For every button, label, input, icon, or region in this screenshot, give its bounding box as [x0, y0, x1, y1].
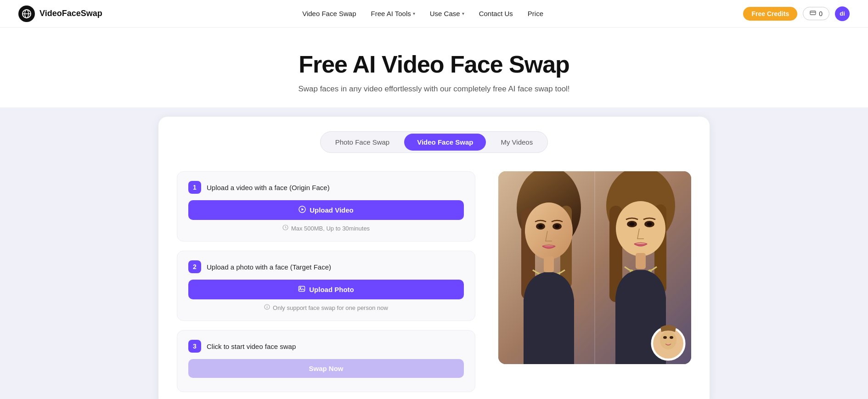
- upload-photo-button[interactable]: Upload Photo: [188, 280, 464, 299]
- nav-free-ai-tools[interactable]: Free AI Tools ▾: [371, 10, 415, 17]
- credits-count-button[interactable]: 0: [803, 7, 829, 20]
- svg-point-11: [300, 287, 301, 289]
- credits-icon: [810, 10, 816, 17]
- logo-text: VideoFaceSwap: [39, 9, 102, 18]
- chevron-down-icon: ▾: [462, 11, 464, 16]
- logo[interactable]: VideoFaceSwap: [18, 6, 102, 22]
- two-column-layout: 1 Upload a video with a face (Origin Fac…: [177, 171, 691, 392]
- user-avatar[interactable]: di: [835, 6, 850, 21]
- hero-section: Free AI Video Face Swap Swap faces in an…: [0, 28, 868, 107]
- main-card: Photo Face Swap Video Face Swap My Video…: [158, 117, 710, 399]
- tabs-container: Photo Face Swap Video Face Swap My Video…: [177, 131, 691, 153]
- step-2-number: 2: [188, 260, 201, 273]
- svg-point-36: [647, 222, 652, 226]
- nav-video-face-swap[interactable]: Video Face Swap: [302, 10, 356, 17]
- info-icon: [264, 304, 270, 311]
- step-2-title: Upload a photo with a face (Target Face): [207, 263, 331, 271]
- hero-subtitle: Swap faces in any video effortlessly wit…: [9, 84, 859, 94]
- svg-point-22: [538, 225, 543, 228]
- svg-point-19: [525, 202, 573, 259]
- svg-point-23: [555, 225, 559, 228]
- steps-column: 1 Upload a video with a face (Origin Fac…: [177, 171, 475, 392]
- header-actions: Free Credits 0 di: [743, 6, 850, 21]
- svg-rect-10: [299, 287, 305, 292]
- step-1-hint: Max 500MB, Up to 30minutes: [188, 225, 464, 232]
- step-1-header: 1 Upload a video with a face (Origin Fac…: [188, 181, 464, 194]
- svg-point-32: [616, 201, 665, 256]
- svg-point-43: [660, 331, 676, 349]
- step-2-header: 2 Upload a photo with a face (Target Fac…: [188, 260, 464, 273]
- hero-title: Free AI Video Face Swap: [9, 51, 859, 78]
- step-3-header: 3 Click to start video face swap: [188, 340, 464, 353]
- step-1-number: 1: [188, 181, 201, 194]
- clock-icon: [282, 225, 288, 232]
- header: VideoFaceSwap Video Face Swap Free AI To…: [0, 0, 868, 28]
- nav-contact-us[interactable]: Contact Us: [479, 10, 513, 17]
- step-3-number: 3: [188, 340, 201, 353]
- step-2-card: 2 Upload a photo with a face (Target Fac…: [177, 251, 475, 321]
- svg-line-9: [285, 228, 286, 229]
- tabs: Photo Face Swap Video Face Swap My Video…: [320, 131, 548, 153]
- chevron-down-icon: ▾: [413, 11, 415, 16]
- svg-rect-37: [636, 253, 646, 269]
- free-credits-button[interactable]: Free Credits: [743, 7, 797, 21]
- tab-photo-face-swap[interactable]: Photo Face Swap: [322, 134, 402, 151]
- svg-point-44: [663, 336, 667, 339]
- step-2-hint: Only support face swap for one person no…: [188, 304, 464, 311]
- play-icon: [299, 206, 306, 214]
- preview-svg: [498, 171, 691, 364]
- preview-image: [498, 171, 691, 364]
- tab-video-face-swap[interactable]: Video Face Swap: [404, 134, 486, 151]
- tab-my-videos[interactable]: My Videos: [488, 134, 546, 151]
- svg-rect-3: [810, 11, 816, 15]
- image-icon: [298, 285, 305, 294]
- svg-point-35: [630, 222, 635, 226]
- svg-marker-6: [302, 208, 304, 211]
- step-3-card: 3 Click to start video face swap Swap No…: [177, 330, 475, 392]
- step-1-title: Upload a video with a face (Origin Face): [207, 184, 330, 191]
- step-3-title: Click to start video face swap: [207, 343, 296, 350]
- upload-video-button[interactable]: Upload Video: [188, 200, 464, 220]
- nav-use-case[interactable]: Use Case ▾: [430, 10, 464, 17]
- preview-column: [498, 171, 691, 364]
- svg-rect-24: [544, 256, 554, 272]
- svg-point-45: [670, 336, 673, 339]
- step-1-card: 1 Upload a video with a face (Origin Fac…: [177, 171, 475, 242]
- svg-point-14: [267, 305, 267, 306]
- logo-icon: [18, 6, 35, 22]
- main-content: Photo Face Swap Video Face Swap My Video…: [0, 107, 868, 399]
- nav-price[interactable]: Price: [528, 10, 543, 17]
- main-nav: Video Face Swap Free AI Tools ▾ Use Case…: [302, 10, 543, 17]
- swap-now-button[interactable]: Swap Now: [188, 359, 464, 378]
